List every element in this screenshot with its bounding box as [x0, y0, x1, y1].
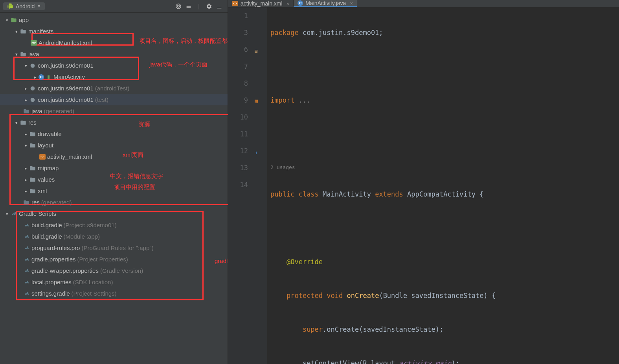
close-icon[interactable]: × [350, 0, 353, 6]
gradle-file-icon [23, 267, 30, 274]
tree-node-gradle-file[interactable]: settings.gradle (Project Settings) [0, 288, 228, 299]
gradle-file-icon [23, 279, 30, 286]
folder-icon [29, 188, 36, 195]
tree-node-res[interactable]: ▾ res [0, 117, 228, 128]
tree-node-pkg-androidtest[interactable]: ▸ com.justin.s9demo01 (androidTest) [0, 83, 228, 94]
tree-node-manifest-file[interactable]: MF AndroidManifest.xml [0, 37, 228, 48]
tree-node-app[interactable]: ▾ app [0, 14, 228, 26]
line-number: 12 [228, 143, 248, 160]
tree-node-activity-main-xml[interactable]: <> activity_main.xml [0, 151, 228, 162]
view-mode-selector[interactable]: Android ▼ [3, 2, 45, 10]
close-icon[interactable]: × [287, 1, 290, 7]
gradle-file-label: build.gradle [31, 220, 62, 231]
activity-main-xml-label: activity_main.xml [47, 151, 92, 162]
code-token: protected [287, 292, 327, 300]
android-test-suffix: (androidTest) [95, 83, 130, 94]
tree-node-values[interactable]: ▸ values [0, 174, 228, 185]
gradle-file-suffix: (Project Properties) [77, 254, 128, 265]
view-mode-label: Android [16, 3, 35, 9]
tree-node-gradle-file[interactable]: gradle.properties (Project Properties) [0, 254, 228, 265]
tree-node-gradle-file[interactable]: proguard-rules.pro (ProGuard Rules for "… [0, 242, 228, 254]
flatten-packages-icon[interactable] [184, 2, 193, 11]
code-token: public [270, 190, 299, 198]
code-editor[interactable]: 1 3 6 7 8 9 10 11 12 13 14 ⊞ ▦ ⬆ package… [228, 7, 619, 364]
mipmap-label: mipmap [38, 163, 59, 174]
pkg-test-label: com.justin.s9demo01 [38, 94, 94, 105]
xml-label: xml [38, 186, 47, 197]
gradle-file-label: gradle.properties [31, 254, 76, 265]
gradle-file-icon [23, 256, 30, 263]
tree-node-main-activity[interactable]: ▸ C ▮ MainActivity [0, 71, 228, 83]
package-icon [29, 96, 36, 103]
tree-node-pkg-main[interactable]: ▾ com.justin.s9demo01 [0, 60, 228, 71]
tree-node-drawable[interactable]: ▸ drawable [0, 128, 228, 140]
values-label: values [38, 174, 55, 185]
navigate-icon[interactable]: ▦ [255, 92, 258, 109]
code-token: setContentView(R.layout. [303, 359, 399, 364]
gradle-file-label: build.gradle [31, 231, 62, 242]
xml-file-icon: <> [232, 1, 238, 6]
folder-gen-icon [23, 199, 30, 206]
tab-main-activity-java[interactable]: C MainActivity.java × [294, 0, 357, 7]
tree-node-xml[interactable]: ▸ xml [0, 185, 228, 197]
line-number: 1 [228, 7, 248, 24]
usages-hint[interactable]: 2 usages [270, 164, 619, 171]
gradle-file-icon [23, 233, 30, 240]
panel-header: Android ▼ | [0, 0, 228, 13]
tree-node-pkg-test[interactable]: ▸ com.justin.s9demo01 (test) [0, 94, 228, 105]
tree-node-gradle-scripts[interactable]: ▾ Gradle Scripts [0, 208, 228, 219]
project-tree: 项目名，图标，启动，权限配置都在这 java代码，一个个页面 资源 xml页面 … [0, 13, 228, 301]
code-token: activity_main [399, 359, 452, 364]
gradle-file-suffix: (Module :app) [64, 231, 100, 242]
gear-icon[interactable] [205, 2, 213, 11]
override-icon[interactable]: ⬆ [255, 144, 258, 161]
tree-node-gradle-file[interactable]: gradle-wrapper.properties (Gradle Versio… [0, 265, 228, 276]
package-icon [29, 62, 36, 69]
minimize-icon[interactable] [215, 2, 224, 11]
line-number: 3 [228, 24, 248, 41]
drawable-label: drawable [38, 129, 62, 140]
folder-icon [20, 51, 27, 58]
tree-node-manifests[interactable]: ▾ manifests [0, 26, 228, 37]
svg-point-0 [176, 4, 181, 9]
test-suffix: (test) [95, 94, 108, 105]
generated-label: (generated) [44, 106, 75, 117]
code-content[interactable]: package com.justin.s9demo01; import ... … [267, 7, 619, 364]
line-number: 10 [228, 109, 248, 126]
gradle-file-suffix: (Project: s9demo01) [64, 220, 117, 231]
tree-node-gradle-file[interactable]: build.gradle (Module :app) [0, 231, 228, 242]
line-number: 11 [228, 126, 248, 143]
java-label: java [28, 49, 39, 60]
code-token: (Bundle savedInstanceState) { [379, 292, 496, 300]
code-token: void [327, 292, 347, 300]
gutter-icons: ⊞ ▦ ⬆ [253, 7, 267, 364]
module-icon [10, 17, 17, 24]
package-icon [29, 85, 36, 92]
tree-node-java[interactable]: ▾ java [0, 48, 228, 60]
editor-tabs: <> activity_main.xml × C MainActivity.ja… [228, 0, 619, 7]
tab-activity-main-xml[interactable]: <> activity_main.xml × [228, 0, 294, 7]
activity-icon: ▮ [45, 74, 52, 81]
tree-node-gradle-file[interactable]: local.properties (SDK Location) [0, 276, 228, 288]
fold-icon[interactable]: ⊞ [255, 43, 258, 60]
manifests-label: manifests [28, 26, 53, 37]
code-token: @Override [287, 258, 323, 266]
tree-node-layout[interactable]: ▾ layout [0, 140, 228, 151]
tree-node-java-gen[interactable]: java (generated) [0, 105, 228, 117]
gradle-file-label: proguard-rules.pro [31, 243, 80, 254]
gradle-file-suffix: (SDK Location) [73, 277, 113, 288]
code-token: extends [375, 190, 407, 198]
gradle-file-suffix: (Project Settings) [72, 288, 117, 299]
tree-node-gradle-file[interactable]: build.gradle (Project: s9demo01) [0, 219, 228, 231]
tree-node-mipmap[interactable]: ▸ mipmap [0, 162, 228, 174]
code-token: class [299, 190, 323, 198]
editor-area: <> activity_main.xml × C MainActivity.ja… [228, 0, 619, 364]
tree-node-res-gen[interactable]: res (generated) [0, 197, 228, 208]
manifest-file-label: AndroidManifest.xml [39, 37, 92, 48]
java-class-icon: C [298, 0, 303, 6]
svg-point-3 [31, 86, 35, 90]
gradle-file-icon [23, 245, 30, 252]
select-opened-file-icon[interactable] [174, 2, 183, 11]
ide-window: Android ▼ | 项目名，图标，启动，权限配置都在这 java [0, 0, 619, 364]
pkg-main-label: com.justin.s9demo01 [38, 60, 94, 71]
